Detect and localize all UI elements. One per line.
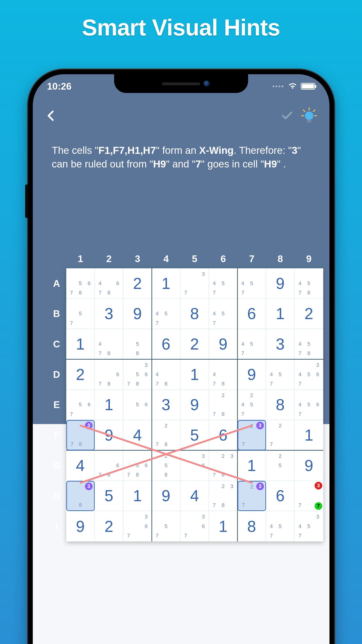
- cell-H9[interactable]: 3737: [295, 481, 323, 511]
- cell-H5[interactable]: 4: [181, 481, 209, 511]
- cell-D5[interactable]: 1: [181, 360, 209, 390]
- cell-H6[interactable]: 2378: [209, 481, 237, 511]
- cell-I3[interactable]: 367: [123, 511, 152, 542]
- cell-B2[interactable]: 3: [95, 299, 123, 329]
- lightbulb-icon[interactable]: [301, 107, 318, 125]
- cell-H8[interactable]: 6: [266, 481, 295, 511]
- hint-pattern: X-Wing: [199, 145, 233, 156]
- cell-I9[interactable]: 3457: [295, 511, 323, 542]
- cell-G4[interactable]: 258: [152, 450, 181, 481]
- cell-C3[interactable]: 58: [123, 329, 152, 360]
- cell-F8[interactable]: 27: [266, 420, 295, 450]
- cell-E2[interactable]: 1: [95, 390, 123, 420]
- hint-dot-red: 3: [315, 482, 322, 490]
- col-header: 2: [95, 249, 123, 268]
- cell-A1[interactable]: 5678: [66, 268, 95, 299]
- cell-A3[interactable]: 2: [123, 268, 152, 299]
- cell-C8[interactable]: 3: [266, 329, 295, 360]
- cell-G7[interactable]: 1: [238, 450, 266, 481]
- cell-C5[interactable]: 2: [181, 329, 209, 360]
- cell-D9[interactable]: 34567: [295, 360, 323, 390]
- cell-D6[interactable]: 478: [209, 360, 237, 390]
- cell-E5[interactable]: 9: [181, 390, 209, 420]
- cell-G2[interactable]: 678: [95, 450, 123, 481]
- cell-A2[interactable]: 4678: [95, 268, 123, 299]
- cell-B6[interactable]: 457: [209, 299, 237, 329]
- cell-G5[interactable]: 36: [181, 450, 209, 481]
- cell-E8[interactable]: 8: [266, 390, 295, 420]
- cell-F3[interactable]: 4: [123, 420, 152, 450]
- cell-A9[interactable]: 4578: [295, 268, 323, 299]
- cell-B4[interactable]: 457: [152, 299, 181, 329]
- cell-H3[interactable]: 1: [123, 481, 152, 511]
- cell-H7[interactable]: 2373: [238, 481, 266, 511]
- cell-G1[interactable]: 4: [66, 450, 95, 481]
- cell-H4[interactable]: 9: [152, 481, 181, 511]
- cell-E3[interactable]: 56: [123, 390, 152, 420]
- cell-I2[interactable]: 2: [95, 511, 123, 542]
- cell-D7[interactable]: 9: [238, 360, 266, 390]
- cell-H1[interactable]: 383: [66, 481, 95, 511]
- cell-G8[interactable]: 25: [266, 450, 295, 481]
- cell-B9[interactable]: 2: [295, 299, 323, 329]
- check-icon[interactable]: [281, 109, 294, 123]
- cell-D4[interactable]: 478: [152, 360, 181, 390]
- cell-D3[interactable]: 35678: [123, 360, 152, 390]
- cell-D2[interactable]: 678: [95, 360, 123, 390]
- cell-I4[interactable]: 57: [152, 511, 181, 542]
- cell-A6[interactable]: 457: [209, 268, 237, 299]
- svg-line-1: [303, 110, 305, 112]
- hint-dot-purple: 3: [256, 482, 264, 490]
- cell-C7[interactable]: 457: [238, 329, 266, 360]
- column-headers: 123456789: [47, 249, 323, 268]
- cell-F4[interactable]: 278: [152, 420, 181, 450]
- cell-C6[interactable]: 9: [209, 329, 237, 360]
- cell-B8[interactable]: 1: [266, 299, 295, 329]
- cell-B5[interactable]: 8: [181, 299, 209, 329]
- cell-G3[interactable]: 5678: [123, 450, 152, 481]
- cell-F5[interactable]: 5: [181, 420, 209, 450]
- cell-I1[interactable]: 9: [66, 511, 95, 542]
- sudoku-grid: 5678467821374574579457857394578457612147…: [66, 268, 323, 542]
- cell-F2[interactable]: 9: [95, 420, 123, 450]
- col-header: 9: [295, 249, 323, 268]
- cell-C4[interactable]: 6: [152, 329, 181, 360]
- cell-D8[interactable]: 457: [266, 360, 295, 390]
- cell-A7[interactable]: 457: [238, 268, 266, 299]
- cell-C1[interactable]: 1: [66, 329, 95, 360]
- cell-E6[interactable]: 278: [209, 390, 237, 420]
- cell-A4[interactable]: 1: [152, 268, 181, 299]
- back-icon[interactable]: [45, 109, 58, 123]
- cell-C9[interactable]: 4578: [295, 329, 323, 360]
- phone-notch: [114, 74, 248, 93]
- row-header: G: [47, 450, 66, 481]
- marketing-headline: Smart Visual Hints: [0, 0, 362, 41]
- cell-I5[interactable]: 367: [181, 511, 209, 542]
- cell-E9[interactable]: 4567: [295, 390, 323, 420]
- cell-D1[interactable]: 2: [66, 360, 95, 390]
- cell-I6[interactable]: 1: [209, 511, 237, 542]
- cell-E1[interactable]: 567: [66, 390, 95, 420]
- cell-I7[interactable]: 8: [238, 511, 266, 542]
- app-toolbar: [33, 106, 330, 127]
- cell-B3[interactable]: 9: [123, 299, 152, 329]
- cell-F9[interactable]: 1: [295, 420, 323, 450]
- cell-B1[interactable]: 57: [66, 299, 95, 329]
- hint-text-segment: " and ": [166, 158, 195, 170]
- cell-G9[interactable]: 9: [295, 450, 323, 481]
- cell-G6[interactable]: 2378: [209, 450, 237, 481]
- cell-F6[interactable]: 6: [209, 420, 237, 450]
- cell-C2[interactable]: 478: [95, 329, 123, 360]
- cell-E4[interactable]: 3: [152, 390, 181, 420]
- svg-rect-6: [307, 120, 311, 122]
- cell-E7[interactable]: 2457: [238, 390, 266, 420]
- cell-I8[interactable]: 457: [266, 511, 295, 542]
- cell-A8[interactable]: 9: [266, 268, 295, 299]
- hint-ruleout-cell: H9: [153, 158, 166, 170]
- cell-H2[interactable]: 5: [95, 481, 123, 511]
- cell-B7[interactable]: 6: [238, 299, 266, 329]
- hint-explanation: The cells "F1,F7,H1,H7" form an X-Wing. …: [52, 144, 310, 171]
- cell-F7[interactable]: 2373: [238, 420, 266, 450]
- cell-A5[interactable]: 37: [181, 268, 209, 299]
- cell-F1[interactable]: 3783: [66, 420, 95, 450]
